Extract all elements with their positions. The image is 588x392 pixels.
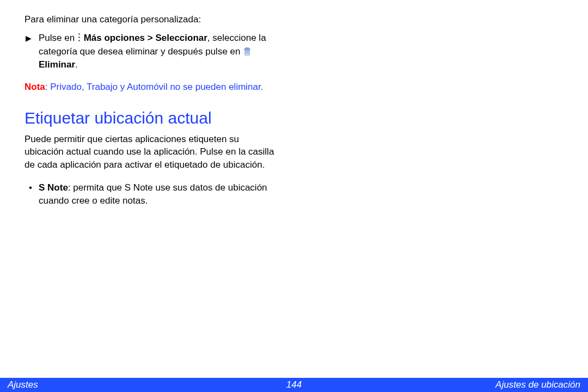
- step-text-1: Pulse en: [39, 33, 77, 43]
- footer-page-number: 144: [286, 379, 302, 390]
- arrow-icon: ▶: [26, 33, 32, 44]
- step-bold-2: Eliminar: [39, 59, 75, 70]
- note-body: Privado, Trabajo y Automóvil no se puede…: [50, 82, 263, 92]
- bullet-bold: S Note: [39, 182, 68, 193]
- footer-right: Ajustes de ubicación: [495, 379, 580, 390]
- body-text: Puede permitir que ciertas aplicaciones …: [24, 133, 280, 171]
- page-footer: Ajustes 144 Ajustes de ubicación: [0, 378, 588, 392]
- bullet-line: • S Note: permita que S Note use sus dat…: [39, 181, 280, 207]
- note-text: Nota: Privado, Trabajo y Automóvil no se…: [24, 81, 280, 94]
- page-content: Para eliminar una categoría personalizad…: [0, 0, 305, 207]
- step-line: ▶ Pulse en Más opciones > Seleccionar, s…: [39, 32, 280, 72]
- step-block: ▶ Pulse en Más opciones > Seleccionar, s…: [39, 32, 280, 72]
- bullet-icon: •: [29, 181, 32, 194]
- footer-left: Ajustes: [8, 379, 38, 390]
- bullet-block: • S Note: permita que S Note use sus dat…: [39, 181, 280, 207]
- note-label: Nota: [24, 82, 45, 92]
- intro-text: Para eliminar una categoría personalizad…: [24, 14, 280, 26]
- trash-icon: [244, 46, 250, 54]
- bullet-text: : permita que S Note use sus datos de ub…: [39, 182, 267, 206]
- more-options-icon: [78, 33, 81, 42]
- section-heading: Etiquetar ubicación actual: [24, 109, 280, 127]
- note-colon: :: [45, 82, 50, 92]
- step-text-3: .: [75, 59, 78, 70]
- step-bold-1: Más opciones > Seleccionar: [84, 33, 207, 43]
